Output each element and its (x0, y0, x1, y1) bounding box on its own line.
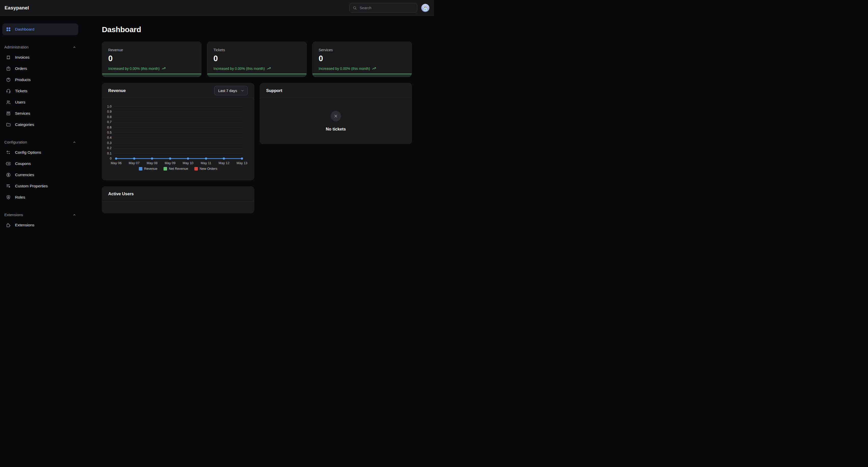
legend-swatch (139, 167, 143, 171)
x-axis-tick: May 08 (147, 161, 158, 165)
sidebar-item-config-options[interactable]: Config Options (2, 147, 78, 158)
main-content: Dashboard Revenue 0 Increased by 0.00% (… (102, 16, 412, 233)
trending-up-icon (267, 66, 271, 70)
legend-swatch (194, 167, 198, 171)
search-box[interactable] (349, 3, 417, 13)
stat-card-tickets: Tickets 0 Increased by 0.00% (this month… (207, 41, 307, 77)
x-axis-tick: May 06 (111, 161, 122, 165)
active-users-card: Active Users (102, 186, 254, 213)
brand-logo: Easypanel (5, 5, 29, 11)
gridline (114, 122, 242, 122)
chart-legend: RevenueNet RevenueNew Orders (102, 167, 254, 171)
legend-item[interactable]: Revenue (139, 167, 157, 171)
revenue-chart: 1.00.90.80.70.60.50.40.30.20.10May 06May… (102, 98, 254, 180)
chevron-up-icon (72, 213, 76, 217)
gridline (114, 117, 242, 117)
easypanel-dashboard: Easypanel (0, 0, 434, 233)
y-axis-tick: 0.2 (107, 146, 112, 150)
sidebar-item-roles[interactable]: Roles (2, 192, 78, 203)
stats-row: Revenue 0 Increased by 0.00% (this month… (102, 41, 412, 77)
sidebar-item-services[interactable]: Services (2, 108, 78, 119)
trending-up-icon (161, 66, 166, 70)
sidebar-item-products[interactable]: Products (2, 74, 78, 85)
sidebar-item-dashboard[interactable]: Dashboard (2, 24, 78, 35)
gridline (114, 112, 242, 112)
sidebar-item-currencies[interactable]: Currencies (2, 169, 78, 180)
sidebar-item-custom-properties[interactable]: Custom Properties (2, 180, 78, 192)
y-axis-tick: 0.6 (107, 126, 112, 129)
stat-card-revenue: Revenue 0 Increased by 0.00% (this month… (102, 41, 202, 77)
revenue-chart-plot: 1.00.90.80.70.60.50.40.30.20.10May 06May… (114, 107, 242, 158)
chart-title: Revenue (108, 88, 126, 93)
data-point[interactable] (241, 157, 243, 160)
stat-trend-text: Increased by 0.00% (this month) (213, 66, 265, 70)
chevron-up-icon (72, 141, 76, 144)
section-header-configuration[interactable]: Configuration (2, 140, 78, 144)
data-point[interactable] (169, 157, 171, 160)
gridline (114, 133, 242, 133)
stat-card-services: Services 0 Increased by 0.00% (this mont… (312, 41, 412, 77)
sidebar-item-orders[interactable]: Orders (2, 63, 78, 74)
headset-icon (6, 88, 11, 93)
empty-state-circle (331, 111, 341, 121)
data-point[interactable] (115, 157, 117, 160)
y-axis-tick: 0.4 (107, 136, 112, 140)
stat-progress-strip (312, 74, 411, 77)
y-axis-tick: 0.9 (107, 110, 112, 113)
stat-trend-text: Increased by 0.00% (this month) (108, 66, 160, 70)
data-point[interactable] (223, 157, 225, 160)
y-axis-tick: 0.1 (107, 152, 112, 155)
legend-label: New Orders (200, 167, 217, 171)
users-icon (6, 100, 11, 105)
stat-label: Services (319, 48, 405, 52)
search-input[interactable] (359, 6, 414, 10)
empty-state-text: No tickets (326, 127, 346, 132)
data-point[interactable] (187, 157, 189, 160)
date-range-value: Last 7 days (218, 89, 237, 93)
data-point[interactable] (205, 157, 207, 160)
x-axis-tick: May 13 (237, 161, 248, 165)
active-users-title: Active Users (108, 192, 134, 196)
gridline (114, 107, 242, 107)
sliders-icon (6, 150, 11, 155)
data-point[interactable] (151, 157, 153, 160)
y-axis-tick: 0 (110, 157, 112, 160)
legend-item[interactable]: Net Revenue (163, 167, 188, 171)
sidebar-item-categories[interactable]: Categories (2, 119, 78, 130)
trending-up-icon (372, 66, 376, 70)
stat-value: 0 (213, 54, 300, 63)
legend-item[interactable]: New Orders (194, 167, 217, 171)
list-gear-icon (6, 183, 11, 188)
data-point[interactable] (133, 157, 135, 160)
section-header-administration[interactable]: Administration (2, 45, 78, 49)
avatar[interactable] (421, 4, 429, 12)
puzzle-icon (6, 223, 11, 228)
section-header-extensions[interactable]: Extensions (2, 213, 78, 217)
receipt-icon (6, 55, 11, 60)
y-axis-tick: 0.3 (107, 141, 112, 145)
stat-label: Tickets (213, 48, 300, 52)
sidebar-item-extensions[interactable]: Extensions (2, 220, 78, 231)
sidebar-item-users[interactable]: Users (2, 97, 78, 108)
y-axis-tick: 0.5 (107, 131, 112, 134)
stat-trend-text: Increased by 0.00% (this month) (319, 66, 370, 70)
sidebar-section-configuration: Configuration Config Options (2, 140, 78, 203)
stat-value: 0 (319, 54, 405, 63)
sidebar-section-administration: Administration Invoices (2, 45, 78, 130)
sidebar-item-invoices[interactable]: Invoices (2, 52, 78, 63)
legend-label: Revenue (144, 167, 157, 171)
server-icon (6, 111, 11, 116)
legend-swatch (163, 167, 167, 171)
x-axis-tick: May 09 (164, 161, 176, 165)
date-range-select[interactable]: Last 7 days (214, 86, 248, 95)
chevron-down-icon (241, 89, 244, 92)
gridline (114, 153, 242, 154)
gridline (114, 143, 242, 143)
x-axis-tick: May 10 (183, 161, 193, 165)
package-icon (6, 77, 11, 82)
sidebar-item-coupons[interactable]: Coupons (2, 158, 78, 169)
sidebar-item-tickets[interactable]: Tickets (2, 85, 78, 97)
sidebar-section-extensions: Extensions Extensions (2, 213, 78, 231)
support-title: Support (266, 88, 282, 93)
shopping-bag-icon (6, 66, 11, 71)
